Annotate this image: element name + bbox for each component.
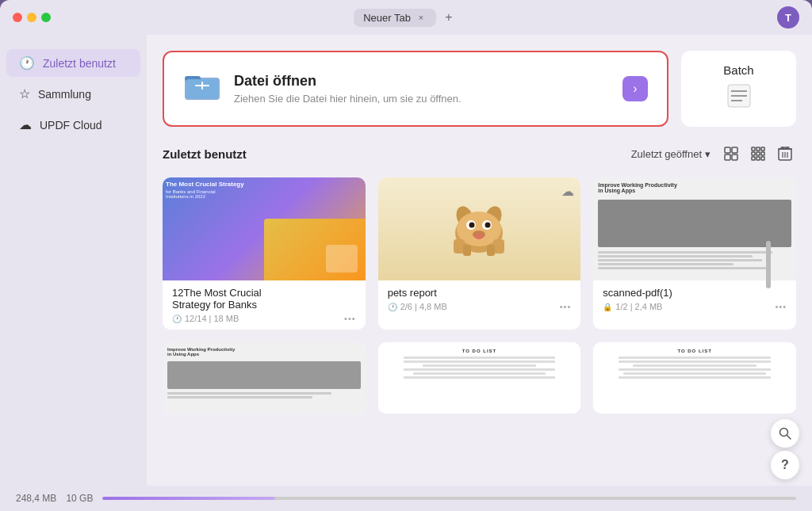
tab-neuer[interactable]: Neuer Tab × <box>354 9 436 27</box>
storage-fill <box>102 497 274 500</box>
more-menu-pets[interactable]: ••• <box>560 302 572 311</box>
svg-rect-19 <box>752 157 755 160</box>
sort-label: Zuletzt geöffnet <box>631 148 702 160</box>
file-name-scanned: scanned-pdf(1) <box>603 287 787 299</box>
recent-section: Zuletzt benutzt Zuletzt geöffnet ▾ <box>163 143 796 470</box>
svg-rect-21 <box>761 157 764 160</box>
file-meta-text-scanned: 1/2 | 2,4 MB <box>615 302 662 311</box>
maximize-button[interactable] <box>41 13 51 22</box>
open-file-card[interactable]: Datei öffnen Ziehen Sie die Datei hier h… <box>163 51 668 127</box>
batch-icon <box>725 83 753 114</box>
tab-bar: Neuer Tab × + <box>354 8 458 27</box>
cloud-badge-pets: ☁ <box>561 184 574 199</box>
open-file-arrow[interactable]: › <box>622 76 648 101</box>
storage-total: 10 GB <box>66 493 93 504</box>
file-card-mini1[interactable]: Improve Working Productivityin Using App… <box>163 342 366 414</box>
open-file-text: Datei öffnen Ziehen Sie die Datei hier h… <box>234 73 610 105</box>
sidebar-item-cloud[interactable]: ☁ UPDF Cloud <box>6 111 140 139</box>
collection-icon: ☆ <box>19 86 30 101</box>
file-thumb-banks: The Most Crucial Strategy for Banks and … <box>163 177 366 280</box>
svg-rect-41 <box>493 239 504 254</box>
svg-rect-40 <box>454 239 465 254</box>
more-menu-banks[interactable]: ••• <box>344 314 356 323</box>
file-meta-banks: 🕐 12/14 | 18 MB ••• <box>172 314 356 323</box>
app-body: 🕐 Zuletzt benutzt ☆ Sammlung ☁ UPDF Clou… <box>0 35 812 486</box>
svg-rect-15 <box>761 147 764 151</box>
file-meta-scanned: 🔒 1/2 | 2,4 MB ••• <box>603 302 787 311</box>
open-file-title: Datei öffnen <box>234 73 610 90</box>
svg-point-37 <box>485 223 491 228</box>
traffic-lights <box>13 13 51 22</box>
sort-dropdown[interactable]: Zuletzt geöffnet ▾ <box>631 148 710 160</box>
folder-icon <box>183 70 221 109</box>
tab-label: Neuer Tab <box>363 12 411 24</box>
svg-line-45 <box>787 436 791 440</box>
file-thumb-mini1: Improve Working Productivityin Using App… <box>163 342 366 414</box>
storage-used: 248,4 MB <box>16 493 56 504</box>
sidebar-item-collection[interactable]: ☆ Sammlung <box>6 80 140 108</box>
svg-point-36 <box>469 223 475 228</box>
batch-title: Batch <box>723 63 753 77</box>
main-content: Datei öffnen Ziehen Sie die Datei hier h… <box>147 35 812 486</box>
svg-rect-16 <box>752 152 755 155</box>
delete-icon[interactable] <box>774 143 796 165</box>
avatar[interactable]: T <box>777 6 799 29</box>
batch-card[interactable]: Batch <box>681 51 796 127</box>
svg-rect-14 <box>756 147 760 151</box>
file-meta-text-pets: 2/6 | 4,8 MB <box>400 302 447 311</box>
file-thumb-pets: ☁ <box>378 177 581 280</box>
svg-rect-12 <box>732 154 737 160</box>
view-grid-small-icon[interactable] <box>747 143 769 165</box>
file-card-banks[interactable]: The Most Crucial Strategy for Banks and … <box>163 177 366 330</box>
sort-arrow-icon: ▾ <box>705 148 710 160</box>
recent-header: Zuletzt benutzt Zuletzt geöffnet ▾ <box>163 143 796 165</box>
recent-icon: 🕐 <box>19 55 35 71</box>
file-card-pets[interactable]: ☁ <box>378 177 581 330</box>
open-file-subtitle: Ziehen Sie die Datei hier hinein, um sie… <box>234 93 610 105</box>
file-card-todo1[interactable]: TO DO LIST <box>378 342 581 414</box>
sidebar-label-collection: Sammlung <box>38 88 91 101</box>
recent-controls: Zuletzt geöffnet ▾ <box>631 143 796 165</box>
file-meta-pets: 🕐 2/6 | 4,8 MB ••• <box>388 302 572 311</box>
svg-rect-10 <box>732 147 737 153</box>
more-menu-scanned[interactable]: ••• <box>775 302 787 311</box>
view-icons <box>720 143 796 165</box>
view-grid-large-icon[interactable] <box>720 143 742 165</box>
search-fab-button[interactable] <box>771 419 799 448</box>
svg-rect-9 <box>725 147 730 153</box>
titlebar: Neuer Tab × + T <box>0 0 812 35</box>
scrollbar-track[interactable] <box>766 241 771 486</box>
sidebar-item-recent[interactable]: 🕐 Zuletzt benutzt <box>6 49 140 77</box>
svg-rect-11 <box>725 154 730 160</box>
file-info-banks: 12The Most CrucialStrategy for Banks 🕐 1… <box>163 280 366 330</box>
svg-point-39 <box>475 235 483 239</box>
cloud-icon: ☁ <box>19 117 32 132</box>
svg-rect-42 <box>463 245 471 256</box>
bottom-bar: 248,4 MB 10 GB <box>0 486 812 511</box>
new-tab-button[interactable]: + <box>439 8 458 27</box>
sidebar: 🕐 Zuletzt benutzt ☆ Sammlung ☁ UPDF Clou… <box>0 35 147 486</box>
tab-close-icon[interactable]: × <box>416 12 427 23</box>
svg-rect-20 <box>756 157 760 160</box>
minimize-button[interactable] <box>27 13 36 22</box>
sidebar-label-cloud: UPDF Cloud <box>40 119 102 132</box>
svg-rect-43 <box>487 245 495 256</box>
close-button[interactable] <box>13 13 22 22</box>
help-fab-button[interactable]: ? <box>771 451 799 479</box>
storage-bar <box>102 497 796 500</box>
file-name-pets: pets report <box>388 287 572 299</box>
file-name-banks: 12The Most CrucialStrategy for Banks <box>172 287 356 311</box>
recent-title: Zuletzt benutzt <box>163 147 247 161</box>
help-icon: ? <box>781 458 789 472</box>
scrollbar-thumb[interactable] <box>766 241 771 288</box>
svg-rect-13 <box>752 147 755 151</box>
files-grid: The Most Crucial Strategy for Banks and … <box>163 177 796 414</box>
top-row: Datei öffnen Ziehen Sie die Datei hier h… <box>163 51 796 127</box>
sidebar-label-recent: Zuletzt benutzt <box>43 57 116 70</box>
file-info-pets: pets report 🕐 2/6 | 4,8 MB ••• <box>378 280 581 318</box>
svg-rect-17 <box>756 152 760 155</box>
file-thumb-todo1: TO DO LIST <box>378 342 581 414</box>
file-meta-text-banks: 12/14 | 18 MB <box>185 314 239 323</box>
svg-rect-18 <box>761 152 764 155</box>
